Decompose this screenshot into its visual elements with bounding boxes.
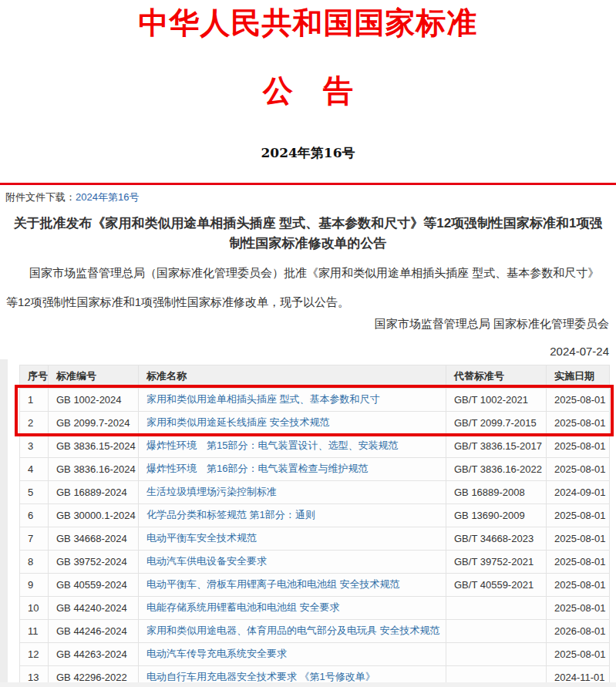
table-row: 8GB 39752-2024电动汽车供电设备安全要求GB/T 39752-202… (20, 550, 610, 573)
cell-replaced-standard: GB/T 1002-2021 (446, 388, 547, 411)
standard-name-link[interactable]: 电动汽车供电设备安全要求 (146, 555, 267, 567)
cell-standard-code: GB 44246-2024 (49, 619, 139, 642)
cell-replaced-standard: GB 16889-2008 (446, 480, 547, 503)
standard-name-link[interactable]: 电能存储系统用锂蓄电池和电池组 安全要求 (146, 601, 340, 613)
cell-standard-code: GB 44263-2024 (49, 642, 139, 665)
standard-name-link[interactable]: 生活垃圾填埋场污染控制标准 (146, 486, 277, 497)
standard-name-link[interactable]: 化学品分类和标签规范 第1部分：通则 (146, 509, 315, 520)
cell-row-index: 4 (20, 457, 49, 480)
column-header-replaces: 代替标准号 (446, 365, 547, 388)
cell-replaced-standard (446, 596, 547, 619)
page-left-gutter (0, 359, 8, 687)
standard-name-link[interactable]: 家用和类似用途延长线插座 安全技术规范 (146, 416, 330, 428)
cell-standard-code: GB 40559-2024 (49, 573, 139, 596)
cell-standard-name: 化学品分类和标签规范 第1部分：通则 (139, 503, 446, 527)
cell-implementation-date: 2025-08-01 (547, 550, 610, 573)
table-row: 5GB 16889-2024生活垃圾填埋场污染控制标准GB 16889-2008… (20, 480, 610, 503)
attachment-label: 附件文件下载： (5, 191, 76, 203)
standard-name-link[interactable]: 爆炸性环境 第16部分：电气装置检查与维护规范 (146, 463, 368, 474)
cell-replaced-standard: GB/T 3836.15-2017 (446, 434, 547, 457)
cell-standard-code: GB 34668-2024 (49, 527, 139, 550)
horizontal-scrollbar[interactable] (0, 682, 616, 687)
cell-standard-code: GB 3836.16-2024 (49, 457, 139, 480)
cell-row-index: 5 (20, 480, 49, 503)
cell-standard-name: 电动汽车供电设备安全要求 (139, 550, 446, 573)
cell-row-index: 11 (20, 619, 49, 642)
standard-name-link[interactable]: 爆炸性环境 第15部分：电气装置设计、选型、安装规范 (146, 439, 398, 451)
table-row: 12GB 44263-2024电动汽车传导充电系统安全要求2025-08-01 (20, 642, 610, 665)
cell-standard-name: 电动平衡车安全技术规范 (139, 527, 446, 550)
cell-standard-code: GB 39752-2024 (49, 550, 139, 573)
standard-name-link[interactable]: 电动平衡车安全技术规范 (146, 532, 257, 544)
column-header-index: 序号 (20, 365, 49, 388)
cell-standard-name: 电能存储系统用锂蓄电池和电池组 安全要求 (139, 596, 446, 619)
table-row: 4GB 3836.16-2024爆炸性环境 第16部分：电气装置检查与维护规范G… (20, 457, 610, 480)
cell-implementation-date: 2025-08-01 (547, 503, 610, 527)
cell-standard-name: 生活垃圾填埋场污染控制标准 (139, 480, 446, 503)
issuing-authority-signature: 国家市场监督管理总局 国家标准化管理委员会 (0, 317, 616, 332)
cell-standard-name: 电动汽车传导充电系统安全要求 (139, 642, 446, 665)
cell-replaced-standard: GB/T 39752-2021 (446, 550, 547, 573)
cell-row-index: 9 (20, 573, 49, 596)
document-header: 中华人民共和国国家标准 公 告 2024年第16号 (0, 0, 616, 162)
announcement-body: 国家市场监督管理总局（国家标准化管理委员会）批准《家用和类似用途单相插头插座 型… (6, 258, 609, 317)
standard-name-link[interactable]: 家用和类似用途电器、体育用品的电气部分及电玩具 安全技术规范 (146, 625, 440, 636)
attachment-download-line: 附件文件下载：2024年第16号 (0, 185, 616, 204)
cell-row-index: 1 (20, 388, 49, 411)
cell-standard-name: 电动平衡车、滑板车用锂离子电池和电池组 安全技术规范 (139, 573, 446, 596)
cell-standard-name: 家用和类似用途延长线插座 安全技术规范 (139, 411, 446, 434)
cell-row-index: 12 (20, 642, 49, 665)
cell-implementation-date: 2025-08-01 (547, 596, 610, 619)
standard-name-link[interactable]: 电动自行车用充电器安全技术要求 《第1号修改单》 (146, 671, 375, 682)
table-row: 10GB 44240-2024电能存储系统用锂蓄电池和电池组 安全要求2025-… (20, 596, 610, 619)
table-header-row: 序号 标准编号 标准名称 代替标准号 实施日期 (20, 365, 610, 388)
column-header-code: 标准编号 (49, 365, 139, 388)
cell-row-index: 8 (20, 550, 49, 573)
standards-table-container: 序号 标准编号 标准名称 代替标准号 实施日期 1GB 1002-2024家用和… (19, 365, 609, 687)
page-subtitle: 公 告 (0, 72, 616, 109)
cell-standard-code: GB 2099.7-2024 (49, 411, 139, 434)
cell-implementation-date: 2025-08-01 (547, 457, 610, 480)
cell-replaced-standard: GB/T 34668-2023 (446, 527, 547, 550)
column-header-name: 标准名称 (139, 365, 446, 388)
cell-implementation-date: 2025-08-01 (547, 434, 610, 457)
cell-implementation-date: 2025-08-01 (547, 642, 610, 665)
cell-replaced-standard: GB 13690-2009 (446, 503, 547, 527)
cell-implementation-date: 2026-08-01 (547, 619, 610, 642)
cell-implementation-date: 2024-09-01 (547, 480, 610, 503)
cell-row-index: 3 (20, 434, 49, 457)
cell-implementation-date: 2025-08-01 (547, 527, 610, 550)
cell-standard-code: GB 30000.1-2024 (49, 503, 139, 527)
cell-implementation-date: 2025-08-01 (547, 388, 610, 411)
announcement-heading: 关于批准发布《家用和类似用途单相插头插座 型式、基本参数和尺寸》等12项强制性国… (8, 214, 608, 254)
table-row: 7GB 34668-2024电动平衡车安全技术规范GB/T 34668-2023… (20, 527, 610, 550)
table-row: 6GB 30000.1-2024化学品分类和标签规范 第1部分：通则GB 136… (20, 503, 610, 527)
cell-row-index: 10 (20, 596, 49, 619)
table-row: 1GB 1002-2024家用和类似用途单相插头插座 型式、基本参数和尺寸GB/… (20, 388, 610, 411)
table-row: 3GB 3836.15-2024爆炸性环境 第15部分：电气装置设计、选型、安装… (20, 434, 610, 457)
cell-row-index: 6 (20, 503, 49, 527)
standards-table: 序号 标准编号 标准名称 代替标准号 实施日期 1GB 1002-2024家用和… (19, 365, 610, 687)
table-row: 2GB 2099.7-2024家用和类似用途延长线插座 安全技术规范GB/T 2… (20, 411, 610, 434)
cell-implementation-date: 2025-08-01 (547, 573, 610, 596)
cell-implementation-date: 2025-08-01 (547, 411, 610, 434)
page-title: 中华人民共和国国家标准 (0, 5, 616, 41)
cell-standard-name: 家用和类似用途单相插头插座 型式、基本参数和尺寸 (139, 388, 446, 411)
announcement-page: 中华人民共和国国家标准 公 告 2024年第16号 附件文件下载：2024年第1… (0, 0, 616, 687)
cell-replaced-standard: GB/T 2099.7-2015 (446, 411, 547, 434)
cell-standard-name: 爆炸性环境 第15部分：电气装置设计、选型、安装规范 (139, 434, 446, 457)
cell-standard-code: GB 44240-2024 (49, 596, 139, 619)
cell-replaced-standard: GB/T 40559-2021 (446, 573, 547, 596)
column-header-date: 实施日期 (547, 365, 610, 388)
attachment-download-link[interactable]: 2024年第16号 (76, 191, 139, 203)
standard-name-link[interactable]: 电动汽车传导充电系统安全要求 (146, 648, 287, 659)
announcement-date: 2024-07-24 (0, 345, 616, 358)
standard-name-link[interactable]: 电动平衡车、滑板车用锂离子电池和电池组 安全技术规范 (146, 578, 400, 590)
cell-row-index: 7 (20, 527, 49, 550)
cell-replaced-standard (446, 619, 547, 642)
cell-replaced-standard: GB/T 3836.16-2022 (446, 457, 547, 480)
cell-standard-name: 家用和类似用途电器、体育用品的电气部分及电玩具 安全技术规范 (139, 619, 446, 642)
standard-name-link[interactable]: 家用和类似用途单相插头插座 型式、基本参数和尺寸 (146, 393, 380, 405)
cell-standard-name: 爆炸性环境 第16部分：电气装置检查与维护规范 (139, 457, 446, 480)
document-number: 2024年第16号 (0, 144, 616, 162)
